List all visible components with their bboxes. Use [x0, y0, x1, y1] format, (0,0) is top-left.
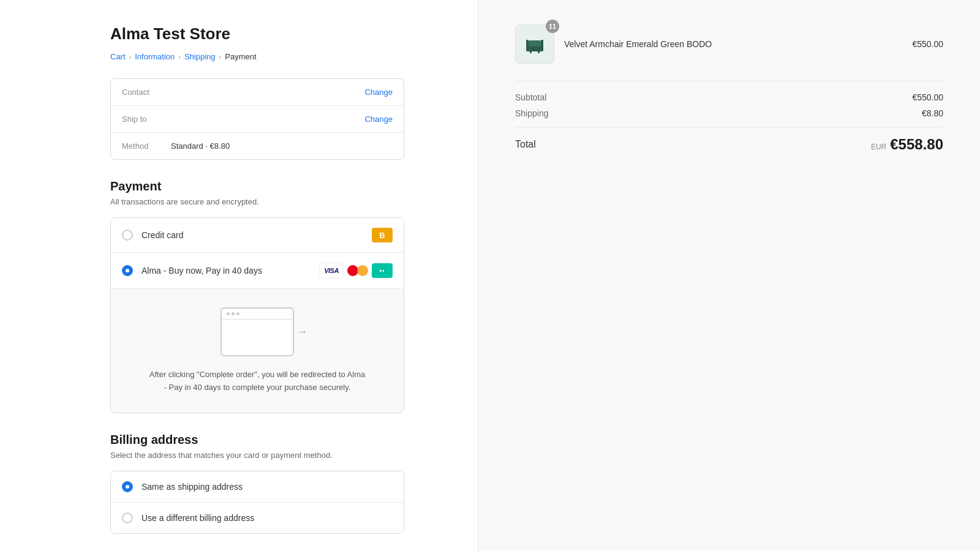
breadcrumb-payment: Payment: [225, 52, 256, 61]
breadcrumb-information[interactable]: Information: [135, 52, 175, 61]
order-item: 11 Velvet Armchair Emerald Green BODO €5…: [515, 24, 943, 64]
shipto-row: Ship to Change: [111, 106, 404, 133]
billing-same-radio[interactable]: [122, 481, 133, 492]
payment-section-title: Payment: [110, 179, 404, 193]
contact-change-link[interactable]: Change: [364, 88, 393, 97]
redirect-box: → After clicking "Complete order", you w…: [111, 289, 404, 413]
grand-total-value: €558.80: [890, 136, 943, 153]
contact-label: Contact: [122, 88, 171, 97]
credit-card-option[interactable]: Credit card B: [111, 218, 404, 253]
item-details: Velvet Armchair Emerald Green BODO: [564, 39, 902, 49]
shipto-change-link[interactable]: Change: [364, 114, 393, 124]
browser-dot-2: [232, 312, 235, 315]
subtotal-label: Subtotal: [515, 92, 546, 102]
svg-rect-7: [538, 50, 540, 53]
info-card: Contact Change Ship to Change Method Sta…: [110, 78, 404, 160]
browser-dot-1: [227, 312, 230, 315]
alma-card-icons: VISA ••: [319, 263, 393, 279]
credit-card-radio[interactable]: [122, 230, 133, 241]
payment-section-subtitle: All transactions are secure and encrypte…: [110, 197, 404, 206]
bogus-icon: B: [372, 228, 393, 242]
breadcrumb-cart[interactable]: Cart: [110, 52, 126, 61]
alma-option[interactable]: Alma - Buy now, Pay in 40 days VISA ••: [111, 253, 404, 289]
billing-different-label: Use a different billing address: [141, 513, 393, 523]
chevron-icon: ›: [129, 53, 132, 61]
shipping-label: Shipping: [515, 108, 549, 118]
mastercard-icon: [347, 263, 368, 278]
order-totals: Subtotal €550.00 Shipping €8.80 Total EU…: [515, 81, 943, 153]
breadcrumb: Cart › Information › Shipping › Payment: [110, 52, 404, 61]
browser-illustration: →: [221, 307, 294, 356]
svg-rect-4: [526, 40, 529, 43]
browser-dot-3: [236, 312, 239, 315]
svg-rect-6: [530, 50, 532, 53]
method-label: Method: [122, 141, 171, 151]
mc-right: [357, 265, 368, 276]
item-price: €550.00: [912, 39, 943, 49]
billing-section-subtitle: Select the address that matches your car…: [110, 451, 404, 460]
item-image-wrap: 11: [515, 24, 554, 64]
shipto-label: Ship to: [122, 114, 171, 124]
credit-card-label: Credit card: [141, 230, 372, 240]
currency-label: EUR: [871, 143, 886, 151]
redirect-arrow-icon: →: [296, 326, 307, 339]
grand-value-wrap: EUR €558.80: [871, 136, 943, 153]
payment-options-card: Credit card B Alma - Buy now, Pay in 40 …: [110, 217, 404, 413]
left-panel: Alma Test Store Cart › Information › Shi…: [0, 0, 478, 551]
chevron-icon: ›: [219, 53, 222, 61]
item-quantity-badge: 11: [546, 20, 559, 33]
grand-total-row: Total EUR €558.80: [515, 127, 943, 153]
store-title: Alma Test Store: [110, 24, 404, 43]
svg-rect-3: [529, 40, 541, 47]
method-value: Standard · €8.80: [171, 141, 393, 151]
shipping-value: €8.80: [922, 108, 943, 118]
right-panel: 11 Velvet Armchair Emerald Green BODO €5…: [478, 0, 980, 551]
alma-label: Alma - Buy now, Pay in 40 days: [141, 266, 319, 276]
subtotal-value: €550.00: [912, 92, 943, 102]
chair-icon: [522, 32, 547, 56]
visa-icon: VISA: [319, 263, 344, 279]
billing-section-title: Billing address: [110, 433, 404, 447]
svg-rect-5: [541, 40, 543, 43]
credit-card-icons: B: [372, 228, 393, 242]
shipping-row: Shipping €8.80: [515, 108, 943, 118]
alma-pay-icon: ••: [372, 263, 393, 278]
billing-different-option[interactable]: Use a different billing address: [111, 503, 404, 533]
breadcrumb-shipping[interactable]: Shipping: [184, 52, 216, 61]
grand-total-label: Total: [515, 139, 536, 150]
billing-different-radio[interactable]: [122, 512, 133, 523]
method-row: Method Standard · €8.80: [111, 133, 404, 159]
contact-row: Contact Change: [111, 79, 404, 106]
billing-same-label: Same as shipping address: [141, 482, 393, 492]
browser-dots: [222, 309, 293, 320]
redirect-text: After clicking "Complete order", you wil…: [147, 369, 368, 394]
browser-frame: [221, 307, 294, 356]
alma-radio[interactable]: [122, 265, 133, 276]
billing-options-card: Same as shipping address Use a different…: [110, 471, 404, 534]
chevron-icon: ›: [178, 53, 181, 61]
subtotal-row: Subtotal €550.00: [515, 92, 943, 102]
billing-same-option[interactable]: Same as shipping address: [111, 471, 404, 503]
item-name: Velvet Armchair Emerald Green BODO: [564, 39, 902, 49]
